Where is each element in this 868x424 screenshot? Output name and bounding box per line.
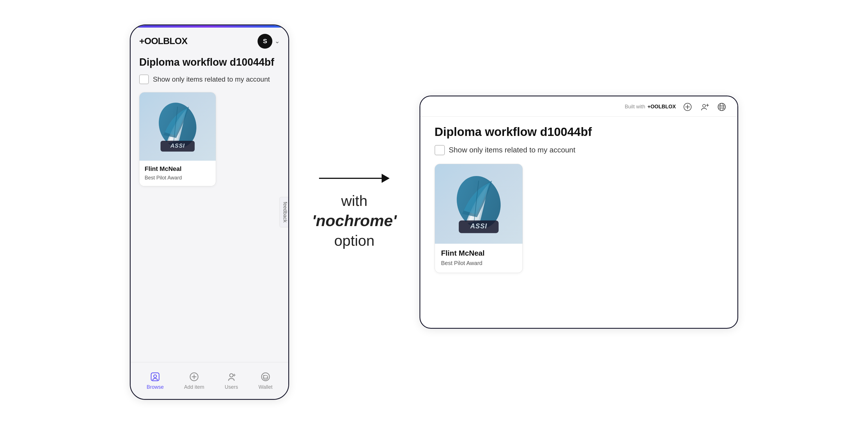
phone-content: Diploma workflow d10044bf Show only item…: [131, 53, 288, 362]
nav-add-item[interactable]: Add item: [184, 371, 204, 390]
user-add-icon-button[interactable]: [699, 101, 710, 112]
browser-credential-card[interactable]: ASSI Flint McNeal Best Pilot Award: [435, 164, 523, 273]
nav-wallet[interactable]: Wallet: [258, 371, 272, 390]
add-item-label: Add item: [184, 384, 204, 390]
browser-top-bar: Built with +OOLBLOX: [420, 96, 737, 117]
nav-users[interactable]: Users: [225, 371, 238, 390]
browser-filter-checkbox[interactable]: [435, 145, 445, 155]
globe-icon-button[interactable]: [716, 101, 727, 112]
browser-content: Diploma workflow d10044bf Show only item…: [420, 117, 737, 328]
feedback-tab[interactable]: feedback: [279, 197, 289, 227]
arrow-section: with 'nochrome' option: [312, 174, 397, 251]
filter-label: Show only items related to my account: [153, 75, 270, 83]
card-info: Flint McNeal Best Pilot Award: [140, 161, 216, 186]
add-item-icon: [188, 371, 200, 383]
avatar: S: [257, 34, 272, 48]
wallet-icon: [260, 371, 271, 383]
credential-card[interactable]: ASSI Flint McNeal Best Pilot Award: [139, 92, 216, 186]
card-image-area: ASSI: [140, 92, 216, 161]
browser-filter-row: Show only items related to my account: [435, 145, 723, 155]
arrow-head: [382, 174, 390, 183]
card-award: Best Pilot Award: [145, 175, 211, 181]
add-icon-button[interactable]: [682, 101, 693, 112]
browser-badge-illustration: ASSI: [449, 170, 508, 238]
browse-icon: [149, 371, 161, 383]
browser-workflow-title: Diploma workflow d10044bf: [435, 125, 723, 139]
toolblox-logo-small: +OOLBLOX: [647, 104, 676, 110]
arrow-label: with 'nochrome' option: [312, 191, 397, 251]
chevron-down-icon: ⌄: [275, 37, 280, 45]
svg-point-9: [230, 374, 233, 377]
workflow-title: Diploma workflow d10044bf: [139, 56, 280, 68]
browser-card-image: ASSI: [435, 164, 523, 244]
browse-label: Browse: [147, 384, 164, 390]
left-phone-mockup: +OOLBLOX S ⌄ Diploma workflow d10044bf S…: [130, 25, 289, 400]
svg-point-5: [154, 375, 157, 378]
browser-filter-label: Show only items related to my account: [449, 145, 576, 155]
badge-illustration: ASSI: [152, 98, 203, 155]
users-label: Users: [225, 384, 238, 390]
svg-rect-4: [151, 373, 159, 381]
phone-gradient-bar: [131, 25, 288, 28]
wallet-label: Wallet: [258, 384, 272, 390]
arrow-body: [319, 178, 382, 179]
right-browser-mockup: Built with +OOLBLOX: [420, 96, 738, 329]
browser-card-info: Flint McNeal Best Pilot Award: [435, 244, 523, 273]
built-with-label: Built with +OOLBLOX: [625, 104, 676, 110]
filter-row: Show only items related to my account: [139, 74, 280, 84]
toolblox-logo: +OOLBLOX: [139, 36, 187, 46]
phone-header: +OOLBLOX S ⌄: [131, 28, 288, 53]
svg-text:ASSI: ASSI: [170, 142, 185, 149]
users-icon: [226, 371, 237, 383]
svg-point-18: [703, 104, 706, 107]
svg-point-14: [263, 376, 268, 378]
svg-text:ASSI: ASSI: [470, 222, 487, 230]
card-name: Flint McNeal: [145, 165, 211, 173]
browser-card-award: Best Pilot Award: [441, 260, 516, 266]
filter-checkbox[interactable]: [139, 74, 149, 84]
browser-card-name: Flint McNeal: [441, 249, 516, 258]
avatar-button[interactable]: S ⌄: [257, 34, 280, 48]
bottom-nav: Browse Add item U: [131, 362, 288, 399]
nav-browse[interactable]: Browse: [147, 371, 164, 390]
arrow-line: [319, 174, 390, 183]
